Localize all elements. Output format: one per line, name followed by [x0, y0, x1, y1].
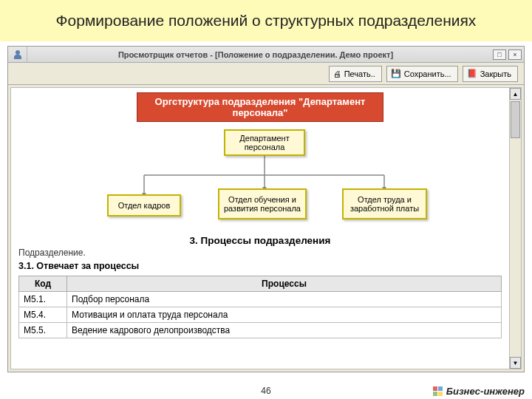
subsection-title: 3.1. Отвечает за процессы: [18, 261, 502, 271]
cell-proc: Мотивация и оплата труда персонала: [67, 307, 502, 323]
close-button[interactable]: 📕 Закрыть: [463, 66, 518, 82]
save-label: Сохранить...: [404, 69, 451, 78]
toolbar: 🖨 Печать.. 💾 Сохранить... 📕 Закрыть: [8, 63, 524, 85]
window-title: Просмотрщик отчетов - [Положение о подра…: [27, 50, 484, 59]
page-number: 46: [261, 386, 270, 396]
col-code: Код: [19, 276, 67, 292]
vertical-scrollbar[interactable]: ▲ ▼: [509, 88, 521, 369]
brand-icon: [433, 386, 443, 396]
print-label: Печать..: [344, 69, 375, 78]
org-node-root: Департамент персонала: [224, 129, 305, 156]
person-icon: [13, 50, 23, 60]
orgchart-title: Оргструктура подразделения "Департамент …: [137, 92, 383, 122]
print-button[interactable]: 🖨 Печать..: [329, 66, 382, 82]
save-button[interactable]: 💾 Сохранить...: [386, 66, 458, 82]
section-heading: 3. Процессы подразделения: [18, 235, 502, 246]
cell-proc: Ведение кадрового делопроизводства: [67, 323, 502, 338]
scroll-thumb[interactable]: [511, 101, 520, 138]
document-area: Оргструктура подразделения "Департамент …: [10, 87, 522, 369]
org-node-training: Отдел обучения и развития персонала: [218, 188, 307, 219]
scroll-track[interactable]: [510, 100, 521, 357]
scroll-up-button[interactable]: ▲: [510, 88, 521, 100]
table-row: М5.4. Мотивация и оплата труда персонала: [19, 307, 502, 323]
org-node-hr: Отдел кадров: [107, 194, 181, 216]
app-icon: [8, 47, 27, 62]
table-row: М5.1. Подбор персонала: [19, 292, 502, 307]
window-titlebar: Просмотрщик отчетов - [Положение о подра…: [8, 47, 524, 63]
close-label: Закрыть: [480, 69, 511, 78]
process-table: Код Процессы М5.1. Подбор персонала М5.4…: [18, 276, 502, 338]
cell-code: М5.5.: [19, 323, 67, 338]
org-node-payroll: Отдел труда и заработной платы: [342, 188, 427, 219]
scroll-down-button[interactable]: ▼: [510, 357, 521, 369]
cell-code: М5.1.: [19, 292, 67, 307]
brand: Бизнес-инженер: [433, 386, 525, 397]
cell-code: М5.4.: [19, 307, 67, 323]
document-content: Оргструктура подразделения "Департамент …: [11, 88, 509, 369]
printer-icon: 🖨: [333, 69, 341, 78]
door-icon: 📕: [467, 69, 477, 78]
org-chart: Департамент персонала Отдел кадров Отдел…: [18, 129, 502, 229]
table-row: М5.5. Ведение кадрового делопроизводства: [19, 323, 502, 338]
col-process: Процессы: [67, 276, 502, 292]
report-viewer-window: Просмотрщик отчетов - [Положение о подра…: [7, 46, 525, 372]
minimize-button[interactable]: □: [493, 50, 506, 60]
slide-title: Формирование положений о структурных под…: [0, 0, 532, 41]
brand-label: Бизнес-инженер: [446, 386, 525, 397]
window-controls: □ ×: [484, 50, 524, 60]
close-window-button[interactable]: ×: [508, 50, 522, 60]
save-icon: 💾: [391, 69, 401, 78]
subsection-label: Подразделение.: [18, 248, 502, 258]
cell-proc: Подбор персонала: [67, 292, 502, 307]
slide-footer: 46 Бизнес-инженер: [0, 386, 532, 396]
